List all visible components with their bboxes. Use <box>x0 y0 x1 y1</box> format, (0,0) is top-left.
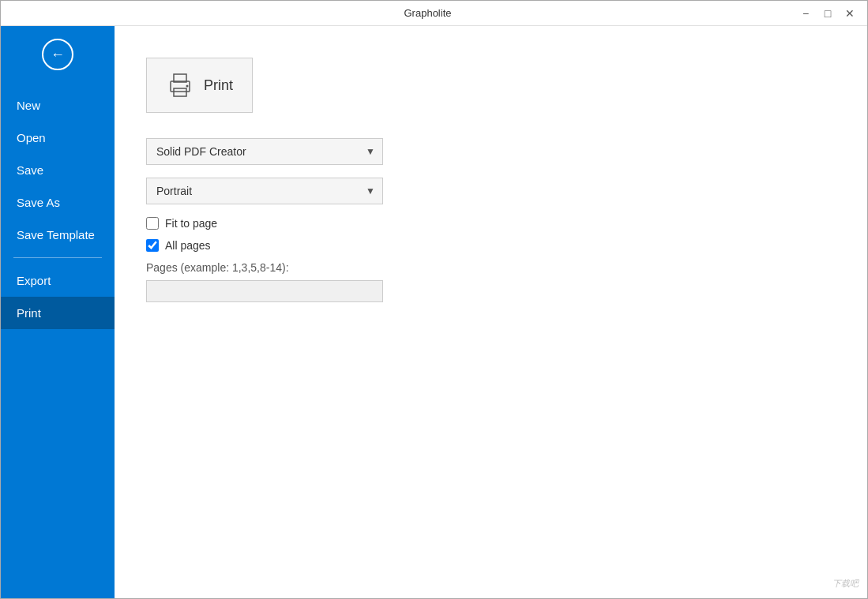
sidebar-divider <box>13 257 102 258</box>
window-controls: − □ ✕ <box>798 6 858 21</box>
sidebar-item-open[interactable]: Open <box>1 122 115 154</box>
sidebar-item-print[interactable]: Print <box>1 297 115 329</box>
sidebar-item-new[interactable]: New <box>1 89 115 122</box>
all-pages-label[interactable]: All pages <box>165 239 211 252</box>
sidebar-item-export[interactable]: Export <box>1 264 115 297</box>
back-circle-icon: ← <box>42 39 73 70</box>
back-arrow-icon: ← <box>51 47 65 63</box>
svg-point-3 <box>186 85 189 88</box>
printer-select-wrapper: Solid PDF Creator Microsoft Print to PDF… <box>146 138 383 165</box>
sidebar-nav: New Open Save Save As Save Template Expo… <box>1 83 115 329</box>
print-button-label: Print <box>204 77 233 94</box>
minimize-button[interactable]: − <box>798 6 814 21</box>
watermark: 下载吧 <box>832 578 859 590</box>
orientation-select[interactable]: Portrait Landscape <box>146 178 383 204</box>
main-content: Print Solid PDF Creator Microsoft Print … <box>115 26 867 598</box>
svg-rect-2 <box>174 88 186 96</box>
close-button[interactable]: ✕ <box>842 6 858 21</box>
fit-to-page-checkbox[interactable] <box>146 217 159 230</box>
pages-label: Pages (example: 1,3,5,8-14): <box>146 261 836 274</box>
printer-icon <box>166 71 194 99</box>
print-button[interactable]: Print <box>146 58 253 113</box>
sidebar: ← New Open Save Save As Save Template <box>1 26 115 598</box>
pages-input[interactable] <box>146 280 383 302</box>
title-bar: Grapholite − □ ✕ <box>1 1 867 26</box>
sidebar-item-save[interactable]: Save <box>1 154 115 186</box>
sidebar-item-save-template[interactable]: Save Template <box>1 219 115 251</box>
back-button[interactable]: ← <box>1 26 115 83</box>
fit-to-page-row: Fit to page <box>146 217 836 230</box>
all-pages-row: All pages <box>146 239 836 252</box>
content-area: ← New Open Save Save As Save Template <box>1 26 867 598</box>
app-window: Grapholite − □ ✕ ← New Open <box>0 0 868 599</box>
sidebar-item-save-as[interactable]: Save As <box>1 186 115 219</box>
window-title: Grapholite <box>58 7 798 19</box>
fit-to-page-label[interactable]: Fit to page <box>165 217 217 230</box>
orientation-select-wrapper: Portrait Landscape ▼ <box>146 178 383 204</box>
all-pages-checkbox[interactable] <box>146 239 159 252</box>
printer-select[interactable]: Solid PDF Creator Microsoft Print to PDF… <box>146 138 383 165</box>
maximize-button[interactable]: □ <box>820 6 836 21</box>
